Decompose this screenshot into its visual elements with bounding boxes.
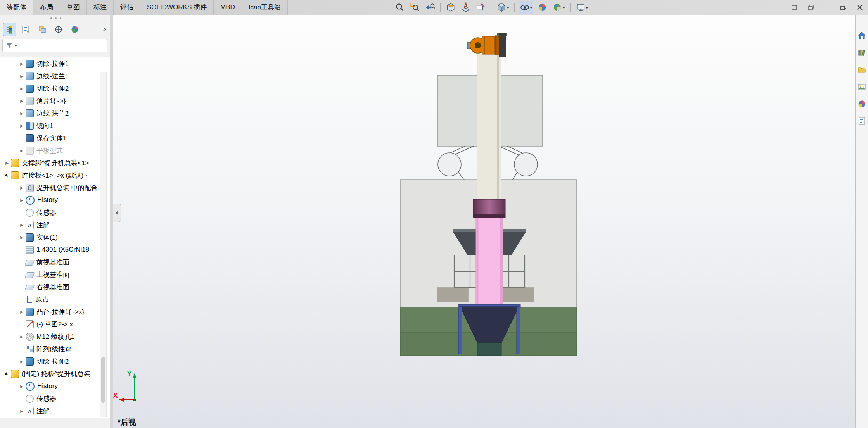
tree-item[interactable]: ▶边线-法兰2 <box>0 107 110 119</box>
file-explorer-icon[interactable] <box>856 64 867 75</box>
custom-properties-icon[interactable] <box>856 116 867 126</box>
tree-item[interactable]: ▶提升机总装 中的配合 <box>0 181 110 194</box>
tree-item[interactable]: ▶History <box>0 194 110 206</box>
expand-arrow-icon[interactable]: ▶ <box>18 124 26 128</box>
filter-caret-icon[interactable]: ▾ <box>15 43 17 48</box>
menu-tab[interactable]: 标注 <box>87 0 114 15</box>
tree-item[interactable]: ▶实体(1) <box>0 231 110 243</box>
tree-item[interactable]: ▶支撑脚^提升机总装<1> <box>0 157 110 169</box>
menu-tab[interactable]: 布局 <box>33 0 60 15</box>
hide-show-items-icon[interactable]: ▾ <box>519 1 534 14</box>
tree-scrollbar-thumb[interactable] <box>101 357 105 403</box>
menu-tab[interactable]: MBD <box>214 0 242 15</box>
close-icon[interactable] <box>856 4 863 10</box>
tree-item[interactable]: ▶History <box>0 380 110 392</box>
panel-drag-grip[interactable] <box>0 15 110 21</box>
tree-item[interactable]: ▶凸台-拉伸1{ ->x} <box>0 305 110 318</box>
menu-tab[interactable]: 草图 <box>60 0 87 15</box>
tree-item[interactable]: 传感器 <box>0 206 110 219</box>
expand-arrow-icon[interactable]: ▶ <box>18 186 26 190</box>
tree-item[interactable]: ▶平板型式 <box>0 144 110 157</box>
edit-appearance-icon[interactable] <box>536 1 548 14</box>
tree-item[interactable]: ▶镜向1 <box>0 119 110 132</box>
minimize-icon[interactable] <box>824 4 831 10</box>
tree-item[interactable]: ▶(固定) 托板^提升机总装 <box>0 368 110 380</box>
expand-arrow-icon[interactable]: ▶ <box>3 171 11 179</box>
3d-drawing-view-icon[interactable] <box>475 1 487 14</box>
annotations-icon <box>26 407 34 415</box>
tree-item[interactable]: ▶注解 <box>0 405 110 417</box>
tree-item[interactable]: 原点 <box>0 293 110 305</box>
view-palette-icon[interactable] <box>856 81 867 92</box>
doc-minimize-icon[interactable] <box>791 4 798 10</box>
dropdown-caret-icon[interactable]: ▾ <box>507 5 509 10</box>
configurationmanager-tab-icon[interactable] <box>36 23 49 36</box>
expand-arrow-icon[interactable]: ▶ <box>18 86 26 91</box>
tree-item[interactable]: 传感器 <box>0 392 110 405</box>
tree-item[interactable]: ▶切除-拉伸1 <box>0 57 110 70</box>
menu-tab[interactable]: SOLIDWORKS 插件 <box>140 0 214 15</box>
expand-arrow-icon[interactable]: ▶ <box>18 335 26 339</box>
tree-item[interactable]: 1.4301 (X5CrNi18 <box>0 243 110 256</box>
expand-arrow-icon[interactable]: ▶ <box>18 384 26 388</box>
tree-item[interactable]: 右视基准面 <box>0 281 110 293</box>
tree-scrollbar[interactable] <box>100 72 107 417</box>
menu-tab[interactable]: 评估 <box>114 0 140 15</box>
expand-arrow-icon[interactable]: ▶ <box>18 310 26 314</box>
tree-item-label: 提升机总装 中的配合 <box>36 183 98 192</box>
tree-item[interactable]: 保存实体1 <box>0 132 110 144</box>
tree-item[interactable]: 前视基准面 <box>0 256 110 268</box>
expand-arrow-icon[interactable]: ▶ <box>18 223 26 227</box>
tree-item[interactable]: (-) 草图2-> x <box>0 318 110 330</box>
dropdown-caret-icon[interactable]: ▾ <box>563 5 565 10</box>
expand-arrow-icon[interactable]: ▶ <box>18 148 26 153</box>
doc-restore-icon[interactable] <box>807 4 814 10</box>
panel-collapse-handle[interactable] <box>113 204 121 222</box>
tree-item[interactable]: ▶M12 螺纹孔1 <box>0 330 110 343</box>
graphics-area[interactable] <box>113 15 855 428</box>
dimxpertmanager-tab-icon[interactable] <box>52 23 65 36</box>
previous-view-icon[interactable] <box>424 1 436 14</box>
featuremanager-tab-icon[interactable] <box>3 23 16 36</box>
displaymanager-tab-icon[interactable] <box>68 23 81 36</box>
expand-arrow-icon[interactable]: ▶ <box>3 161 11 165</box>
cut-extrude-icon <box>26 357 34 366</box>
expand-arrow-icon[interactable]: ▶ <box>18 409 26 413</box>
restore-icon[interactable] <box>840 4 847 10</box>
tree-item[interactable]: ▶注解 <box>0 219 110 231</box>
expand-arrow-icon[interactable]: ▶ <box>18 74 26 78</box>
zoom-to-area-icon[interactable] <box>409 1 421 14</box>
tree-item[interactable]: 上视基准面 <box>0 268 110 281</box>
tree-filter-input[interactable]: ▾ <box>2 39 107 52</box>
propertymanager-tab-icon[interactable] <box>19 23 33 36</box>
tree-item[interactable]: ▶切除-拉伸2 <box>0 355 110 368</box>
panel-resize-grip[interactable] <box>0 419 16 427</box>
home-icon[interactable] <box>856 30 867 41</box>
tree-item[interactable]: ▶连接板<1> ->x (默认) · <box>0 169 110 181</box>
view-orientation-icon[interactable]: ▾ <box>495 1 510 14</box>
expand-arrow-icon[interactable]: ▶ <box>18 99 26 103</box>
expand-arrow-icon[interactable]: ▶ <box>3 369 11 378</box>
panel-expand-chevron-icon[interactable]: > <box>103 26 107 33</box>
tree-item[interactable]: ▶切除-拉伸2 <box>0 82 110 95</box>
dropdown-caret-icon[interactable]: ▾ <box>586 5 588 10</box>
tree-item[interactable]: ▶薄片1{ ->} <box>0 95 110 107</box>
expand-arrow-icon[interactable]: ▶ <box>18 235 26 240</box>
zoom-to-fit-icon[interactable] <box>394 1 406 14</box>
expand-arrow-icon[interactable]: ▶ <box>18 359 26 364</box>
tree-item[interactable]: 阵列(线性)2 <box>0 343 110 355</box>
expand-arrow-icon[interactable]: ▶ <box>18 62 26 66</box>
dropdown-caret-icon[interactable]: ▾ <box>530 5 533 10</box>
expand-arrow-icon[interactable]: ▶ <box>18 198 26 202</box>
view-settings-icon[interactable]: ▾ <box>574 1 590 14</box>
section-view-icon[interactable] <box>444 1 457 14</box>
tree-item[interactable]: ▶边线-法兰1 <box>0 70 110 82</box>
apply-scene-icon[interactable]: ▾ <box>551 1 566 14</box>
design-library-icon[interactable] <box>856 47 867 58</box>
menu-tab[interactable]: 装配体 <box>0 0 33 15</box>
menu-tab[interactable]: Ican工具箱 <box>242 0 288 15</box>
expand-arrow-icon[interactable]: ▶ <box>18 111 26 116</box>
annotation-view-icon[interactable] <box>460 1 472 14</box>
tree-item-label: 实体(1) <box>36 233 58 242</box>
appearances-icon[interactable] <box>856 98 867 109</box>
